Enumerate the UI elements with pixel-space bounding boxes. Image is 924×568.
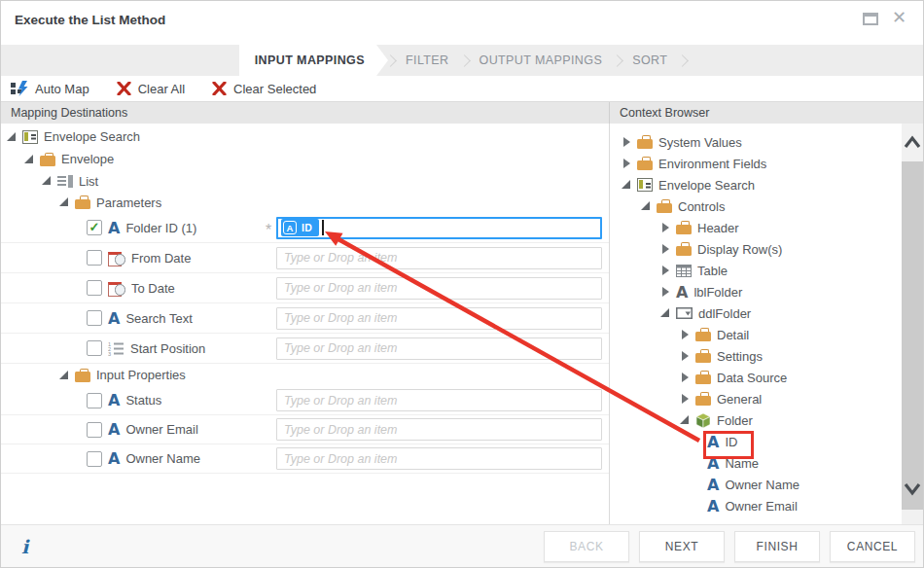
scrollbar-thumb[interactable] xyxy=(902,161,923,510)
expander-icon[interactable] xyxy=(622,159,631,168)
mapping-input-owner-name[interactable]: Type or Drop an item xyxy=(276,447,602,470)
folder-icon xyxy=(637,157,653,170)
expander-icon[interactable] xyxy=(622,137,631,147)
tab-filter[interactable]: FILTER xyxy=(393,53,462,67)
mapping-input-to-date[interactable]: Type or Drop an item xyxy=(276,277,602,300)
mapping-row-status[interactable]: Status Type or Drop an item xyxy=(1,386,609,415)
back-button[interactable]: BACK xyxy=(544,531,629,562)
info-icon[interactable] xyxy=(21,536,28,557)
tree-row-list[interactable]: List xyxy=(1,170,609,192)
ctx-row-detail[interactable]: Detail xyxy=(610,324,902,345)
next-button[interactable]: NEXT xyxy=(639,531,725,562)
tree-label: Input Properties xyxy=(96,368,186,382)
tree-row-envelope-search[interactable]: Envelope Search xyxy=(1,125,609,148)
folder-icon xyxy=(695,328,711,341)
ctx-row-owner-email[interactable]: Owner Email xyxy=(610,495,902,516)
close-icon[interactable] xyxy=(892,12,907,25)
mapping-row-search-text[interactable]: Search Text Type or Drop an item xyxy=(1,303,609,334)
table-icon xyxy=(676,265,692,277)
checkbox-checked[interactable] xyxy=(87,220,102,235)
expander-icon[interactable] xyxy=(660,244,670,254)
expander-icon[interactable] xyxy=(59,371,69,380)
expander-icon[interactable] xyxy=(59,197,69,207)
expander-icon[interactable] xyxy=(7,132,17,142)
clear-selected-button[interactable]: Clear Selected xyxy=(212,82,316,96)
expander-icon[interactable] xyxy=(680,330,690,339)
mapping-row-to-date[interactable]: To Date Type or Drop an item xyxy=(1,273,609,303)
checkbox-unchecked[interactable] xyxy=(87,422,102,438)
mapping-input-status[interactable]: Type or Drop an item xyxy=(276,389,602,411)
expander-icon[interactable] xyxy=(680,351,690,361)
expander-icon[interactable] xyxy=(680,373,690,382)
mapping-row-folder-id[interactable]: Folder ID (1) * ID xyxy=(1,213,609,243)
tab-input-mappings[interactable]: INPUT MAPPINGS xyxy=(239,45,388,76)
mapping-row-start-position[interactable]: 1 2 3 Start Position Type or Drop an ite… xyxy=(1,334,609,364)
ctx-row-environment-fields[interactable]: Environment Fields xyxy=(610,153,902,174)
finish-button[interactable]: FINISH xyxy=(734,531,820,562)
checkbox-unchecked[interactable] xyxy=(87,451,102,467)
ctx-row-system-values[interactable]: System Values xyxy=(610,131,902,153)
expander-icon[interactable] xyxy=(660,266,670,275)
expander-icon[interactable] xyxy=(660,287,670,297)
tree-label: Data Source xyxy=(717,371,787,385)
tab-output-mappings[interactable]: OUTPUT MAPPINGS xyxy=(467,53,616,67)
ctx-row-name[interactable]: Name xyxy=(610,452,902,474)
expander-icon[interactable] xyxy=(660,308,670,318)
mapping-input-folder-id[interactable]: ID xyxy=(276,217,602,239)
auto-map-icon xyxy=(11,81,28,96)
mapping-row-owner-email[interactable]: Owner Email Type or Drop an item xyxy=(1,415,609,444)
checkbox-unchecked[interactable] xyxy=(87,250,102,266)
checkbox-unchecked[interactable] xyxy=(87,393,102,408)
maximize-icon[interactable] xyxy=(863,13,878,25)
ctx-row-header[interactable]: Header xyxy=(610,217,902,238)
tree-label: Controls xyxy=(678,199,725,214)
cancel-button[interactable]: CANCEL xyxy=(830,531,915,562)
checkbox-unchecked[interactable] xyxy=(87,280,102,296)
ctx-row-display-rows[interactable]: Display Row(s) xyxy=(610,238,902,260)
text-property-icon xyxy=(108,221,120,235)
auto-map-button[interactable]: Auto Map xyxy=(11,81,89,96)
expander-icon[interactable] xyxy=(660,223,670,232)
mapping-destinations-header: Mapping Destinations xyxy=(1,102,609,124)
scroll-up-icon[interactable] xyxy=(904,135,921,150)
ctx-row-folder-object[interactable]: Folder xyxy=(610,409,902,431)
tree-row-input-properties[interactable]: Input Properties xyxy=(1,364,609,386)
expander-icon[interactable] xyxy=(622,180,631,190)
tree-row-parameters[interactable]: Parameters xyxy=(1,192,609,213)
ctx-row-general[interactable]: General xyxy=(610,388,902,409)
tree-row-envelope[interactable]: Envelope xyxy=(1,148,609,170)
tree-label: From Date xyxy=(131,251,191,266)
scroll-down-icon[interactable] xyxy=(904,481,921,496)
expander-icon[interactable] xyxy=(42,176,52,186)
ctx-row-table[interactable]: Table xyxy=(610,260,902,281)
ctx-row-owner-name[interactable]: Owner Name xyxy=(610,474,902,495)
ctx-row-id[interactable]: ID xyxy=(610,431,902,452)
ctx-row-envelope-search[interactable]: Envelope Search xyxy=(610,174,902,195)
mapping-row-from-date[interactable]: From Date Type or Drop an item xyxy=(1,243,609,273)
expander-icon[interactable] xyxy=(641,201,651,211)
clear-all-button[interactable]: Clear All xyxy=(117,82,185,96)
tab-sort[interactable]: SORT xyxy=(620,53,680,67)
ctx-row-controls[interactable]: Controls xyxy=(610,195,902,217)
field-placeholder: Type or Drop an item xyxy=(284,394,397,408)
ctx-row-ddlfolder[interactable]: ddlFolder xyxy=(610,302,902,324)
mapping-input-search-text[interactable]: Type or Drop an item xyxy=(276,307,602,330)
checkbox-unchecked[interactable] xyxy=(87,310,102,326)
ctx-row-data-source[interactable]: Data Source xyxy=(610,367,902,388)
mapping-row-owner-name[interactable]: Owner Name Type or Drop an item xyxy=(1,444,609,474)
dialog-title: Execute the List Method xyxy=(15,13,165,27)
tree-label: Owner Name xyxy=(725,478,800,492)
text-property-icon xyxy=(707,456,719,471)
context-browser-scrollbar[interactable] xyxy=(902,124,923,526)
mapping-input-owner-email[interactable]: Type or Drop an item xyxy=(276,418,602,441)
mapped-field-chip[interactable]: ID xyxy=(281,219,319,236)
expander-icon[interactable] xyxy=(24,155,34,164)
mapping-input-start-position[interactable]: Type or Drop an item xyxy=(276,337,602,360)
ctx-row-settings[interactable]: Settings xyxy=(610,345,902,367)
ctx-row-lblfolder[interactable]: lblFolder xyxy=(610,281,902,302)
mapping-input-from-date[interactable]: Type or Drop an item xyxy=(276,247,602,269)
expander-icon[interactable] xyxy=(680,394,690,404)
expander-icon[interactable] xyxy=(680,415,690,425)
tree-label: Environment Fields xyxy=(658,157,766,171)
checkbox-unchecked[interactable] xyxy=(87,340,102,356)
